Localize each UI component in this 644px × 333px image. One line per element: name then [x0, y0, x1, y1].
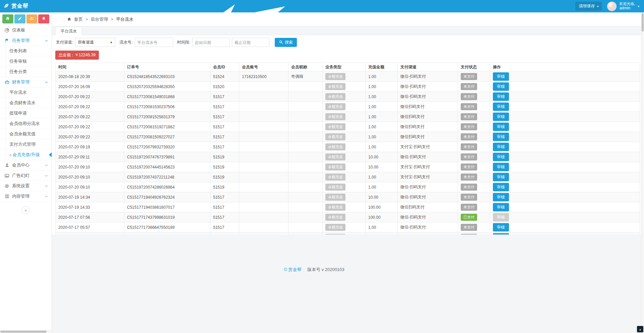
cell-order-no: C51519720074372211248: [124, 172, 210, 182]
breadcrumb-admin[interactable]: 后台管理: [91, 16, 108, 22]
audit-button[interactable]: 审核: [493, 193, 509, 201]
cell-member-id: 51517: [210, 132, 239, 142]
audit-button[interactable]: 审核: [493, 163, 509, 171]
sidebar-section-ads[interactable]: 广告幻灯: [0, 171, 52, 181]
home-quick-button[interactable]: [2, 14, 13, 23]
users-quick-button[interactable]: [26, 14, 38, 23]
sidebar: 仪表板 任务管理 任务列表 任务审核 任务分类: [0, 12, 52, 333]
table-row: 2020-07-20 09:11 C51519720074767379891 5…: [56, 152, 640, 162]
audit-button[interactable]: 审核: [493, 103, 509, 111]
cell-channel: 微信-扫码支付: [398, 212, 458, 222]
cell-action: 审核: [490, 122, 640, 132]
sidebar-section-member[interactable]: 会员中心: [0, 160, 52, 171]
sidebar-subitem[interactable]: 任务审核: [0, 56, 52, 67]
sidebar-subitem[interactable]: 任务列表: [0, 46, 52, 56]
sidebar-subitem[interactable]: 提现申请: [0, 108, 52, 119]
sidebar-section-task[interactable]: 任务管理: [0, 36, 52, 46]
cell-time: 2020-07-20 09:22: [56, 112, 124, 122]
sidebar-section-label: 财务管理: [12, 79, 29, 85]
cell-channel: 支付宝-扫码支付: [398, 172, 458, 182]
sidebar-subitem[interactable]: 支付方式管理: [0, 139, 52, 150]
brand[interactable]: 赏金帮: [0, 3, 28, 10]
sidebar-section-system[interactable]: 系统设置: [0, 181, 52, 191]
table-row: 2020-07-20 09:19 C51517720079932739320 5…: [56, 142, 640, 152]
edit-quick-button[interactable]: [14, 14, 25, 23]
cell-amount: 1.00: [366, 172, 398, 182]
user-menu[interactable]: 欢迎光临, admin ▾: [607, 2, 639, 11]
audit-button[interactable]: 审核: [493, 233, 509, 235]
footer-copyright[interactable]: © 赏金帮: [284, 267, 301, 272]
cell-time: 2020-07-20 09:10: [56, 162, 124, 172]
cell-account: [239, 142, 288, 152]
sidebar-subitem[interactable]: 会员余额充值: [0, 129, 52, 139]
cell-member-id: 51519: [210, 162, 239, 172]
search-icon: [279, 40, 283, 45]
biz-type-badge: 余额充值: [325, 163, 345, 171]
sidebar-item-dashboard[interactable]: 仪表板: [0, 25, 52, 36]
audit-button[interactable]: 审核: [493, 223, 509, 231]
cell-nickname: [288, 132, 323, 142]
sidebar-subitem[interactable]: 会员信用分流水: [0, 119, 52, 129]
biz-type-badge: 余额充值: [325, 174, 345, 181]
audit-button[interactable]: 审核: [493, 72, 509, 81]
sidebar-subitem[interactable]: 平台流水: [0, 87, 52, 98]
footer-version: 版本号 v 20200103: [307, 267, 344, 272]
cell-member-id: 51519: [210, 172, 239, 182]
start-date-input[interactable]: [192, 38, 230, 47]
horizontal-scrollbar[interactable]: [0, 330, 51, 333]
cell-nickname: 奇偶猫: [288, 72, 323, 82]
audit-button[interactable]: 审核: [493, 113, 509, 121]
search-button[interactable]: 搜索: [275, 38, 297, 47]
vertical-scrollbar[interactable]: [641, 12, 644, 333]
cell-action: 审核: [490, 182, 640, 192]
cell-status: 未支付: [458, 152, 490, 162]
breadcrumb-home[interactable]: 首页: [74, 16, 83, 22]
notifications-quick-button[interactable]: [38, 14, 49, 23]
image-icon: [4, 173, 9, 178]
cell-account: [239, 192, 288, 202]
cell-biz-type: 余额充值: [323, 142, 366, 152]
audit-button[interactable]: 审核: [493, 133, 509, 141]
clear-cache-button[interactable]: 清理缓存 ▾: [575, 2, 602, 11]
sidebar-subitem[interactable]: 任务分类: [0, 67, 52, 77]
cell-biz-type: 余额充值: [323, 222, 366, 232]
horizontal-scrollbar-thumb[interactable]: [0, 331, 47, 333]
cell-amount: 10.00: [366, 152, 398, 162]
vertical-scrollbar-thumb[interactable]: [642, 13, 644, 31]
chevron-down-icon: [45, 39, 48, 43]
serial-input[interactable]: [135, 38, 173, 47]
audit-button[interactable]: 审核: [493, 183, 509, 191]
tab-platform-flow[interactable]: 平台流水: [55, 27, 82, 35]
back-to-top-button[interactable]: ▴: [637, 326, 643, 332]
audit-button[interactable]: 审核: [493, 143, 509, 151]
column-header: 支付状态: [458, 63, 490, 72]
audit-button[interactable]: 审核: [493, 173, 509, 181]
cell-action: 审核: [490, 92, 640, 102]
sidebar-section-content[interactable]: 内容管理: [0, 191, 52, 202]
chevron-up-icon: ▴: [639, 328, 641, 331]
audit-button[interactable]: 审核: [493, 213, 509, 221]
cell-nickname: [288, 172, 323, 182]
cell-biz-type: 余额充值: [323, 92, 366, 102]
cell-member-id: 51517: [210, 192, 239, 202]
cell-amount: 10.00: [366, 232, 398, 235]
audit-button[interactable]: 审核: [493, 123, 509, 131]
cell-action: 审核: [490, 192, 640, 202]
audit-button[interactable]: 审核: [493, 203, 509, 211]
sidebar-subitem[interactable]: 会员财务流水: [0, 98, 52, 108]
cell-action: 审核: [490, 222, 640, 232]
footer: © 赏金帮 版本号 v 20200103: [52, 267, 576, 273]
sidebar-section-finance[interactable]: 财务管理: [0, 77, 52, 87]
sidebar-collapse-button[interactable]: «: [22, 206, 30, 214]
sidebar-subitem-label: 会员财务流水: [9, 100, 36, 106]
audit-button[interactable]: 审核: [493, 82, 509, 91]
cell-status: 已支付: [458, 212, 490, 222]
end-date-input[interactable]: [232, 38, 269, 47]
status-badge: 未支付: [461, 194, 477, 201]
cell-channel: 支付宝-扫码支付: [398, 162, 458, 172]
audit-button[interactable]: 审核: [493, 153, 509, 161]
audit-button[interactable]: 审核: [493, 92, 509, 101]
channel-select[interactable]: 所有渠道 ▼: [75, 38, 115, 47]
sidebar-subitem[interactable]: 会员充值/升级: [0, 150, 52, 160]
table-row: 2020-07-20 09:22 C51517720081519271882 5…: [56, 122, 640, 132]
